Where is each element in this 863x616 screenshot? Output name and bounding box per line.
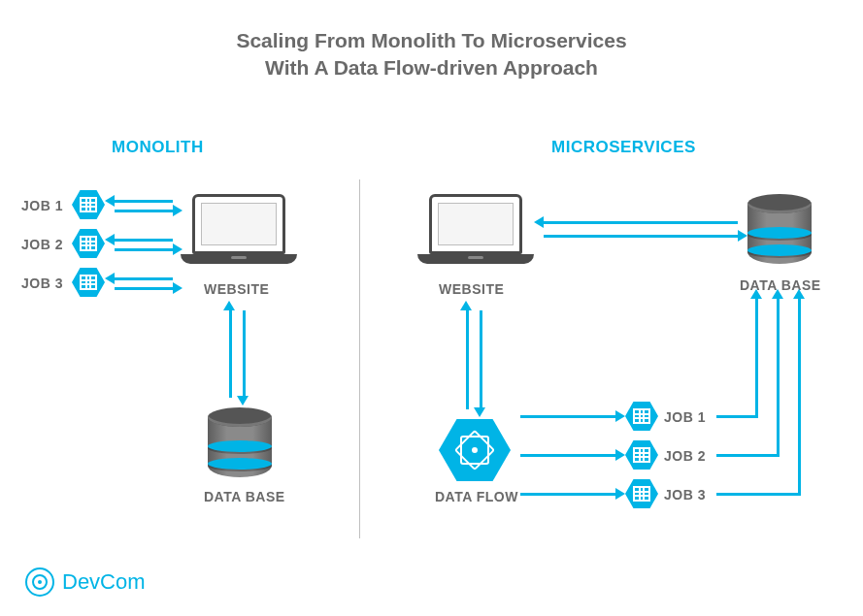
arrow-line: [115, 277, 173, 280]
monolith-job-1-label: JOB 1: [21, 198, 63, 213]
arrow-line: [777, 299, 780, 457]
job-hex-icon: [625, 402, 658, 431]
micro-job-3-label: JOB 3: [664, 487, 706, 503]
job-hex-icon: [625, 440, 658, 470]
arrow-head-icon: [173, 205, 183, 216]
database-icon: [208, 407, 272, 483]
arrow-head-icon: [460, 301, 472, 310]
arrow-line: [716, 493, 798, 496]
laptop-icon: [181, 194, 297, 276]
arrow-line: [755, 299, 758, 418]
arrow-head-icon: [750, 289, 762, 299]
diagram-title: Scaling From Monolith To Microservices W…: [0, 27, 863, 82]
dataflow-hex-icon: [439, 419, 511, 481]
job-hex-icon: [625, 479, 658, 508]
arrow-line: [716, 454, 777, 457]
arrow-line: [115, 287, 173, 290]
brand-logo: DevCom: [25, 567, 146, 597]
arrow-head-icon: [615, 488, 625, 500]
arrow-line: [229, 310, 232, 398]
title-line-2: With A Data Flow-driven Approach: [0, 54, 863, 81]
monolith-website-label: WEBSITE: [204, 281, 269, 297]
job-hex-icon: [72, 268, 105, 297]
vertical-divider: [359, 179, 360, 538]
arrow-line: [115, 210, 173, 212]
arrow-head-icon: [223, 301, 235, 310]
arrow-line: [520, 415, 615, 418]
database-icon: [747, 194, 812, 270]
monolith-job-3-label: JOB 3: [21, 276, 63, 291]
brand-text: DevCom: [62, 569, 146, 595]
arrow-line: [466, 310, 469, 409]
arrow-line: [480, 310, 482, 409]
arrow-line: [716, 415, 755, 418]
arrow-line: [544, 221, 738, 224]
monolith-job-2-label: JOB 2: [21, 237, 63, 252]
micro-job-1-label: JOB 1: [664, 409, 706, 425]
arrow-head-icon: [237, 396, 249, 405]
arrow-line: [544, 235, 738, 238]
brand-mark-icon: [25, 567, 54, 597]
arrow-head-icon: [173, 243, 183, 255]
arrow-line: [115, 200, 173, 203]
arrow-head-icon: [738, 230, 747, 242]
arrow-head-icon: [474, 407, 485, 417]
arrow-line: [520, 454, 615, 457]
title-line-1: Scaling From Monolith To Microservices: [0, 27, 863, 54]
job-hex-icon: [72, 229, 105, 258]
micro-job-2-label: JOB 2: [664, 448, 706, 464]
arrow-line: [115, 239, 173, 242]
arrow-line: [798, 299, 801, 496]
arrow-line: [520, 493, 615, 496]
arrow-line: [115, 248, 173, 251]
arrow-head-icon: [772, 289, 783, 299]
arrow-head-icon: [615, 449, 625, 461]
job-hex-icon: [72, 190, 105, 219]
arrow-line: [243, 310, 246, 398]
arrow-head-icon: [105, 273, 115, 284]
arrow-head-icon: [173, 282, 183, 294]
arrow-head-icon: [105, 234, 115, 245]
microservices-heading: MICROSERVICES: [551, 138, 696, 157]
arrow-head-icon: [615, 410, 625, 422]
arrow-head-icon: [534, 216, 544, 228]
laptop-icon: [417, 194, 534, 276]
dataflow-label: DATA FLOW: [435, 489, 518, 504]
arrow-head-icon: [793, 289, 805, 299]
monolith-heading: MONOLITH: [112, 138, 204, 157]
micro-website-label: WEBSITE: [439, 281, 504, 297]
arrow-head-icon: [105, 195, 115, 207]
monolith-database-label: DATA BASE: [204, 489, 285, 504]
